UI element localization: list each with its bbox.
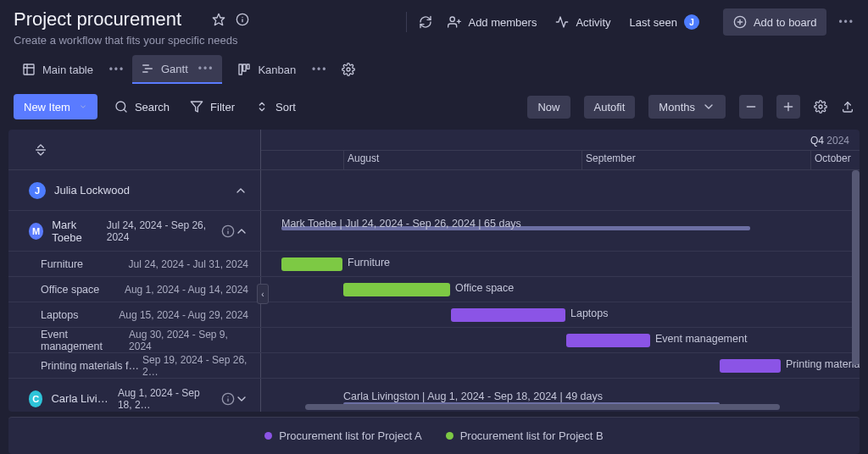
autofit-button[interactable]: Autofit: [584, 96, 636, 119]
gear-icon[interactable]: [814, 100, 827, 114]
sort-button[interactable]: Sort: [252, 97, 299, 117]
avatar: J: [684, 14, 699, 30]
info-icon[interactable]: [221, 224, 235, 238]
add-members-button[interactable]: Add members: [444, 12, 540, 32]
avatar: M: [29, 223, 43, 240]
sort-icon: [255, 100, 269, 114]
chevron-up-icon[interactable]: [235, 224, 248, 238]
chevron-down-icon[interactable]: [235, 392, 248, 406]
plus-circle-icon: [733, 15, 747, 29]
add-to-board-button[interactable]: Add to board: [723, 8, 826, 36]
avatar: J: [29, 182, 46, 199]
filter-icon: [190, 100, 203, 114]
gantt-summary-label: Mark Toebe | Jul 24, 2024 - Sep 26, 2024…: [281, 218, 521, 230]
new-item-button[interactable]: New Item: [14, 94, 97, 119]
gantt-task-row[interactable]: Office spaceAug 1, 2024 - Aug 14, 2024 O…: [8, 277, 860, 302]
svg-rect-10: [24, 64, 34, 75]
info-icon[interactable]: [221, 392, 235, 406]
svg-marker-0: [213, 14, 224, 25]
gantt-group-row[interactable]: M Mark Toebe Jul 24, 2024 - Sep 26, 2024…: [8, 211, 860, 252]
gantt-group-row[interactable]: J Julia Lockwood: [8, 170, 860, 211]
more-icon[interactable]: •••: [838, 16, 854, 28]
svg-marker-22: [191, 102, 202, 112]
group-dates: Jul 24, 2024 - Sep 26, 2024: [107, 219, 214, 243]
svg-point-26: [819, 105, 822, 108]
horizontal-scrollbar[interactable]: [263, 404, 856, 410]
collapse-sidebar-button[interactable]: ‹: [257, 284, 269, 304]
gantt-chart: Q4 2024 August September October J Julia…: [8, 130, 860, 412]
info-icon[interactable]: [236, 13, 249, 26]
page-title: Project procurement: [14, 8, 181, 30]
minus-icon: [744, 100, 758, 114]
group-owner: Julia Lockwood: [54, 184, 130, 197]
month-label: August: [348, 152, 379, 164]
group-dates: Aug 1, 2024 - Sep 18, 2…: [118, 387, 214, 411]
gantt-summary-label: Carla Livingston | Aug 1, 2024 - Sep 18,…: [343, 390, 603, 402]
tab-gantt-more-icon[interactable]: •••: [198, 63, 214, 75]
month-label: September: [586, 152, 636, 164]
legend-item: Procurement list for Project A: [264, 429, 421, 442]
svg-line-21: [124, 109, 126, 112]
filter-button[interactable]: Filter: [186, 97, 238, 117]
view-tabs: Main table ••• Gantt ••• Kanban •••: [0, 55, 868, 84]
timeline-header: Q4 2024 August September October: [261, 130, 860, 169]
svg-point-4: [450, 17, 454, 21]
tab-more-icon[interactable]: •••: [108, 61, 125, 78]
svg-rect-18: [248, 64, 250, 69]
gantt-task-row[interactable]: Printing materials for lea…Sep 19, 2024 …: [8, 353, 860, 379]
svg-rect-16: [239, 64, 242, 75]
gantt-bar[interactable]: [720, 359, 781, 373]
svg-point-19: [347, 68, 350, 71]
plus-icon: [782, 100, 795, 114]
month-label: October: [815, 152, 851, 164]
gantt-task-row[interactable]: FurnitureJul 24, 2024 - Jul 31, 2024 Fur…: [8, 252, 860, 277]
gantt-bar[interactable]: [451, 308, 565, 322]
chevron-down-icon: [702, 100, 715, 114]
zoom-out-button[interactable]: [739, 95, 763, 119]
avatar: C: [29, 390, 42, 407]
gantt-task-row[interactable]: Event managementAug 30, 2024 - Sep 9, 20…: [8, 328, 860, 353]
chevron-down-icon: [79, 100, 87, 114]
zoom-in-button[interactable]: [776, 95, 800, 119]
now-button[interactable]: Now: [527, 96, 570, 119]
toolbar: New Item Search Filter Sort Now Autofit …: [0, 84, 868, 130]
table-icon: [22, 63, 36, 76]
gantt-bar[interactable]: [281, 257, 342, 271]
gantt-icon: [141, 62, 154, 75]
tab-main-table[interactable]: Main table: [14, 56, 102, 83]
legend-dot-green: [446, 432, 453, 440]
legend-dot-purple: [264, 432, 272, 440]
page-subtitle: Create a workflow that fits your specifi…: [14, 34, 249, 47]
gantt-bar[interactable]: [343, 283, 450, 296]
tab-kanban-more-icon[interactable]: •••: [311, 61, 328, 78]
vertical-scrollbar[interactable]: [852, 170, 860, 412]
activity-icon: [555, 15, 569, 29]
activity-button[interactable]: Activity: [552, 12, 614, 32]
kanban-icon: [237, 63, 251, 76]
expand-rows-icon[interactable]: [34, 143, 47, 157]
sync-icon[interactable]: [419, 15, 432, 29]
quarter-label: Q4 2024: [810, 135, 849, 147]
tab-gantt[interactable]: Gantt •••: [132, 55, 222, 84]
group-owner: Carla Livings…: [51, 392, 112, 405]
last-seen-button[interactable]: Last seen J: [626, 11, 711, 33]
tab-kanban[interactable]: Kanban: [229, 56, 304, 83]
export-icon[interactable]: [841, 100, 854, 114]
legend-item: Procurement list for Project B: [446, 429, 604, 442]
legend: Procurement list for Project A Procureme…: [8, 417, 860, 454]
chevron-up-icon[interactable]: [233, 184, 248, 197]
add-members-icon: [448, 15, 461, 29]
search-icon: [114, 100, 128, 114]
settings-icon[interactable]: [342, 63, 355, 76]
page-header: Project procurement Create a workflow th…: [0, 0, 868, 50]
gantt-bar[interactable]: [566, 334, 650, 347]
svg-rect-17: [243, 64, 246, 71]
star-icon[interactable]: [212, 13, 225, 26]
timescale-select[interactable]: Months: [648, 95, 726, 119]
group-owner: Mark Toebe: [52, 219, 101, 244]
search-button[interactable]: Search: [111, 97, 173, 117]
gantt-task-row[interactable]: LaptopsAug 15, 2024 - Aug 29, 2024 Lapto…: [8, 302, 860, 328]
